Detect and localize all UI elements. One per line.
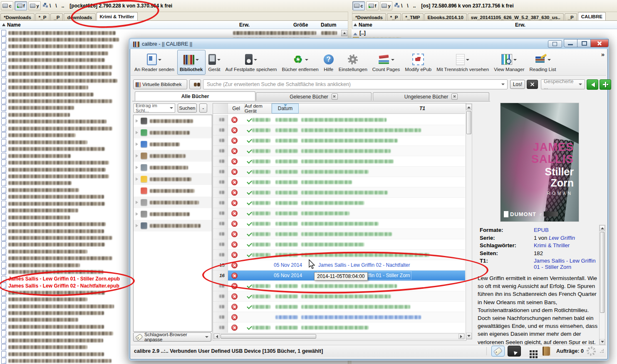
root-button[interactable]: \	[405, 3, 410, 9]
book-row[interactable]	[213, 229, 465, 239]
tag-category-row[interactable]	[134, 150, 212, 162]
parent-button[interactable]: ..	[411, 3, 418, 9]
calibre-titlebar[interactable]: calibre - || CALIBRE ||	[130, 39, 608, 49]
file-row[interactable]	[0, 269, 103, 275]
book-row[interactable]	[213, 322, 465, 333]
book-row[interactable]	[213, 281, 465, 291]
file-row[interactable]	[0, 160, 109, 166]
tag-category-row[interactable]	[134, 162, 212, 173]
scroll-up-button[interactable]	[341, 30, 347, 36]
cover-grid-toggle-button[interactable]	[524, 346, 537, 357]
book-row[interactable]	[213, 302, 465, 312]
book-row[interactable]	[213, 167, 465, 177]
row-body[interactable]	[228, 177, 465, 187]
tc-right-tab-1[interactable]: *Downloads	[352, 13, 386, 21]
file-row[interactable]	[0, 98, 112, 105]
tag-category-row[interactable]	[134, 220, 212, 231]
tag-filter-select[interactable]: Eintrag im Schl...	[134, 103, 175, 113]
tag-category-row[interactable]	[134, 173, 212, 185]
toolbar-item-readlist[interactable]: Reading List	[527, 50, 558, 74]
view-tab-2[interactable]: Gelesene Bücher	[256, 92, 372, 101]
book-row[interactable]	[213, 239, 465, 250]
file-row[interactable]	[0, 77, 117, 84]
file-row[interactable]	[0, 84, 88, 91]
view-tab-1[interactable]: Alle Bücher	[135, 91, 255, 101]
book-row[interactable]	[213, 115, 465, 125]
book-row[interactable]	[213, 291, 465, 302]
row-body[interactable]	[228, 291, 465, 302]
file-row[interactable]	[0, 194, 104, 200]
minimize-button[interactable]	[564, 39, 577, 47]
row-body[interactable]	[228, 156, 465, 167]
table-hscrollbar[interactable]	[213, 333, 465, 339]
book-row[interactable]	[213, 125, 465, 135]
book-row[interactable]	[213, 198, 465, 208]
file-row[interactable]	[0, 296, 87, 303]
tag-browser-toggle-button[interactable]	[491, 346, 505, 357]
vscroll-thumb[interactable]	[466, 111, 471, 134]
tag-category-row[interactable]	[134, 115, 212, 127]
tc-left-tab-2[interactable]: *_P	[35, 13, 50, 21]
toolbar-item-settings[interactable]: Einstellungen	[337, 50, 369, 74]
book-row[interactable]	[213, 250, 465, 260]
book-row[interactable]	[213, 135, 465, 146]
tab-close-icon[interactable]	[451, 93, 458, 100]
row-body[interactable]	[228, 229, 465, 239]
file-row[interactable]	[0, 43, 113, 50]
toolbar-item-count[interactable]: Count Pages	[370, 50, 402, 74]
column-header-date[interactable]: Datum	[319, 21, 344, 29]
book-row[interactable]	[213, 187, 465, 198]
book-row-15[interactable]: 1505 Nov 2014James Sallis - Lew Griffin …	[213, 260, 465, 271]
table-vscrollbar[interactable]	[466, 103, 472, 339]
toolbar-extra-button[interactable]	[548, 40, 562, 48]
expand-icon[interactable]	[136, 166, 138, 169]
t1-link[interactable]: James Sallis - Lew Griffin 01 - Stiller …	[534, 258, 603, 270]
close-button[interactable]	[590, 39, 609, 47]
file-row[interactable]	[0, 330, 113, 337]
parent-dir-row[interactable]: [..]	[352, 30, 366, 36]
drive-y-button[interactable]: y	[380, 1, 392, 10]
file-row[interactable]	[0, 173, 109, 180]
file-row[interactable]	[0, 358, 112, 364]
saved-search-select[interactable]: Gespeicherte ...	[541, 79, 585, 89]
file-row[interactable]	[0, 303, 114, 310]
toolbar-overflow-button[interactable]: »	[601, 51, 605, 58]
details-scrollbar[interactable]	[599, 225, 605, 345]
toolbar-item-remove[interactable]: ♻Bücher entfernen	[280, 50, 321, 74]
file-row[interactable]	[0, 255, 112, 262]
dropdown-arrow-icon[interactable]	[217, 59, 221, 62]
view-tab-3[interactable]: Ungelesene Bücher	[373, 92, 489, 101]
file-row[interactable]	[0, 105, 74, 111]
file-row[interactable]	[0, 248, 87, 255]
row-body[interactable]	[228, 219, 465, 229]
file-row[interactable]	[0, 207, 78, 214]
file-row[interactable]	[0, 289, 105, 296]
dropdown-arrow-icon[interactable]	[305, 59, 308, 62]
file-row[interactable]	[0, 146, 105, 152]
file-row[interactable]	[0, 166, 106, 173]
row-body[interactable]	[228, 198, 465, 208]
maximize-button[interactable]	[577, 39, 591, 47]
series-link[interactable]: Lew Griffin	[549, 235, 575, 241]
file-row[interactable]	[0, 91, 94, 98]
tag-browser-list[interactable]	[133, 115, 212, 332]
file-row[interactable]	[0, 337, 103, 344]
root-button[interactable]: \	[399, 3, 404, 9]
toolbar-item-viewmgr[interactable]: View Manager	[492, 50, 526, 74]
row-body[interactable]	[228, 239, 465, 250]
root-button[interactable]: \	[48, 3, 52, 9]
drive-y-button[interactable]: y	[28, 1, 41, 10]
column-header-ext[interactable]: Erw.	[513, 21, 617, 29]
row-body[interactable]	[228, 135, 465, 146]
column-header-device[interactable]: Auf dem Gerät	[245, 103, 272, 113]
scroll-down-button[interactable]	[466, 333, 472, 339]
row-body[interactable]	[228, 312, 465, 322]
book-row[interactable]	[213, 219, 465, 229]
expand-icon[interactable]	[136, 119, 138, 123]
file-row[interactable]	[0, 180, 72, 187]
hscroll-thumb[interactable]	[221, 334, 316, 339]
row-body[interactable]	[228, 208, 465, 219]
column-header-name[interactable]: Name	[352, 21, 515, 29]
file-row[interactable]	[0, 132, 76, 139]
expand-icon[interactable]	[136, 143, 138, 146]
